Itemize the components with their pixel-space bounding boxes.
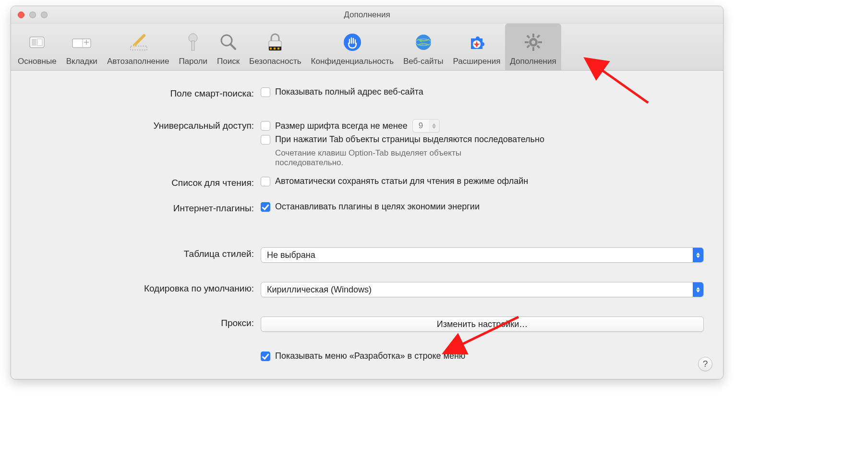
content-pane: Поле смарт-поиска: Показывать полный адр… xyxy=(11,71,723,379)
checkbox-label: Размер шрифта всегда не менее xyxy=(275,121,408,131)
svg-rect-17 xyxy=(274,48,276,49)
magnifier-icon xyxy=(218,32,239,53)
tab-privacy[interactable]: Конфиденциальность xyxy=(306,24,398,70)
tab-label: Дополнения xyxy=(510,57,556,66)
tab-highlight-checkbox[interactable] xyxy=(261,135,270,145)
globe-icon xyxy=(413,32,434,53)
tabs-icon xyxy=(71,32,92,53)
chevron-updown-icon xyxy=(693,282,703,297)
checkbox-label: При нажатии Tab объекты страницы выделяю… xyxy=(275,134,544,145)
svg-rect-29 xyxy=(526,35,530,38)
tab-websites[interactable]: Веб-сайты xyxy=(398,24,448,70)
tab-label: Пароли xyxy=(179,57,207,66)
chevron-updown-icon xyxy=(429,120,439,132)
svg-rect-18 xyxy=(277,48,279,49)
minimize-window-button[interactable] xyxy=(29,12,36,18)
pencil-icon xyxy=(128,32,149,53)
encoding-label: Кодировка по умолчанию: xyxy=(30,282,261,294)
chevron-updown-icon xyxy=(693,248,703,262)
window-title: Дополнения xyxy=(11,6,723,24)
preferences-window: Дополнения Основные Вкладки Автозаполнен… xyxy=(11,6,723,379)
tab-label: Автозаполнение xyxy=(107,57,169,66)
develop-menu-checkbox[interactable] xyxy=(261,352,270,361)
checkbox-label: Показывать меню «Разработка» в строке ме… xyxy=(275,351,465,361)
stop-plugins-row[interactable]: Останавливать плагины в целях экономии э… xyxy=(261,202,704,212)
checkbox-label: Останавливать плагины в целях экономии э… xyxy=(275,202,480,212)
svg-rect-30 xyxy=(536,45,540,49)
smart-search-label: Поле смарт-поиска: xyxy=(30,87,261,99)
tab-label: Поиск xyxy=(217,57,240,66)
reading-list-label: Список для чтения: xyxy=(30,176,261,188)
svg-rect-26 xyxy=(532,47,534,51)
svg-point-33 xyxy=(531,40,535,44)
show-full-url-row[interactable]: Показывать полный адрес веб-сайта xyxy=(261,87,704,97)
svg-rect-3 xyxy=(72,39,91,48)
svg-rect-11 xyxy=(192,41,194,50)
tab-passwords[interactable]: Пароли xyxy=(174,24,212,70)
switch-icon xyxy=(26,32,48,53)
tab-label: Безопасность xyxy=(249,57,301,66)
min-font-checkbox[interactable] xyxy=(261,121,270,131)
tab-general[interactable]: Основные xyxy=(13,24,61,70)
plugins-label: Интернет-плагины: xyxy=(30,202,261,214)
select-value: 9 xyxy=(413,121,429,131)
zoom-window-button[interactable] xyxy=(41,12,48,18)
stylesheet-label: Таблица стилей: xyxy=(30,247,261,259)
reading-offline-row[interactable]: Автоматически сохранять статьи для чтени… xyxy=(261,176,704,186)
svg-rect-32 xyxy=(526,45,530,49)
tab-search[interactable]: Поиск xyxy=(212,24,244,70)
encoding-select[interactable]: Кириллическая (Windows) xyxy=(261,282,704,297)
tab-highlight-row[interactable]: При нажатии Tab объекты страницы выделяю… xyxy=(261,134,704,145)
svg-rect-27 xyxy=(525,41,529,43)
svg-rect-16 xyxy=(270,48,272,49)
help-label: ? xyxy=(703,359,708,369)
svg-rect-1 xyxy=(32,39,36,46)
svg-rect-25 xyxy=(532,34,534,37)
tab-label: Расширения xyxy=(453,57,500,66)
tab-label: Основные xyxy=(18,57,57,66)
hand-icon xyxy=(342,32,363,53)
window-controls xyxy=(18,12,48,18)
preferences-toolbar: Основные Вкладки Автозаполнение Пароли П… xyxy=(11,24,723,71)
show-full-url-checkbox[interactable] xyxy=(261,87,270,97)
tab-security[interactable]: Безопасность xyxy=(244,24,306,70)
tab-advanced[interactable]: Дополнения xyxy=(505,24,561,70)
gear-icon xyxy=(523,32,544,53)
svg-rect-31 xyxy=(536,35,540,38)
select-value: Кириллическая (Windows) xyxy=(261,285,693,295)
accessibility-hint: Сочетание клавиш Option-Tab выделяет объ… xyxy=(275,148,525,168)
tab-extensions[interactable]: Расширения xyxy=(448,24,505,70)
close-window-button[interactable] xyxy=(18,12,24,18)
svg-rect-7 xyxy=(131,46,147,50)
select-value: Не выбрана xyxy=(261,250,693,260)
accessibility-label: Универсальный доступ: xyxy=(30,119,261,131)
proxy-label: Прокси: xyxy=(30,316,261,328)
svg-point-20 xyxy=(416,35,431,50)
checkbox-label: Автоматически сохранять статьи для чтени… xyxy=(275,176,528,186)
checkbox-label: Показывать полный адрес веб-сайта xyxy=(275,87,423,97)
help-button[interactable]: ? xyxy=(698,357,712,371)
svg-rect-28 xyxy=(538,41,542,43)
tab-label: Веб-сайты xyxy=(403,57,443,66)
puzzle-icon xyxy=(466,32,487,53)
svg-line-13 xyxy=(230,44,235,49)
lock-icon xyxy=(265,32,286,53)
tab-tabs[interactable]: Вкладки xyxy=(61,24,102,70)
develop-menu-row[interactable]: Показывать меню «Разработка» в строке ме… xyxy=(261,351,704,361)
stylesheet-select[interactable]: Не выбрана xyxy=(261,247,704,263)
titlebar: Дополнения xyxy=(11,6,723,24)
button-label: Изменить настройки… xyxy=(437,319,528,329)
reading-offline-checkbox[interactable] xyxy=(261,177,270,186)
proxy-settings-button[interactable]: Изменить настройки… xyxy=(261,316,704,332)
svg-rect-2 xyxy=(37,39,42,46)
tab-label: Вкладки xyxy=(66,57,97,66)
min-font-select[interactable]: 9 xyxy=(412,119,440,133)
tab-autofill[interactable]: Автозаполнение xyxy=(102,24,174,70)
svg-line-8 xyxy=(134,36,144,45)
stop-plugins-checkbox[interactable] xyxy=(261,202,270,212)
tab-label: Конфиденциальность xyxy=(311,57,394,66)
key-icon xyxy=(182,32,204,53)
